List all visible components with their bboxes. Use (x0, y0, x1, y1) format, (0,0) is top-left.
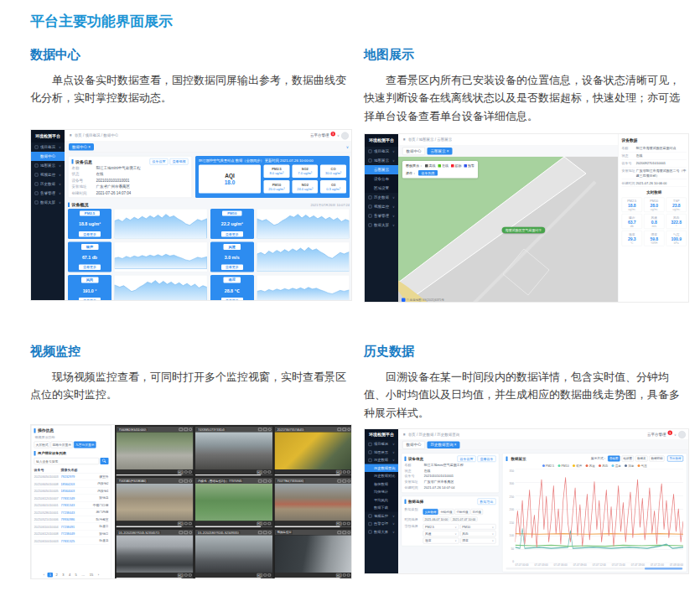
tab-map[interactable]: 云图展示 × (428, 148, 453, 155)
scrollbar-thumb[interactable] (195, 526, 261, 527)
video-tile[interactable]: D5-2(202186Y9243-S2356571) HD (116, 529, 194, 579)
legend-item[interactable]: PM2.5 (542, 464, 554, 468)
scrollbar-thumb[interactable] (645, 568, 682, 570)
sidebar-menu-item[interactable]: 地图展示 (31, 161, 65, 170)
hd-toggle[interactable]: HD (336, 521, 342, 526)
camera-table-row[interactable]: 20210528010001 77238443 后门内侧 (34, 509, 109, 516)
scrollbar-thumb[interactable] (117, 578, 182, 579)
field-select[interactable]: 湿度 (460, 538, 496, 544)
chart-mode-button[interactable]: 数据明细 (650, 456, 665, 462)
see-more-button[interactable]: 查看更多 (79, 231, 101, 237)
video-feed[interactable] (195, 535, 272, 573)
snapshot-icon[interactable] (258, 531, 262, 534)
refresh-icon[interactable] (343, 522, 346, 525)
hd-toggle[interactable]: HD (257, 521, 262, 526)
hd-toggle[interactable]: HD (257, 470, 262, 474)
zoom-icon[interactable] (348, 428, 351, 431)
video-scrollbar[interactable] (117, 526, 194, 527)
video-feed[interactable] (275, 484, 352, 521)
chart-mode-button[interactable]: 柱状图 (622, 456, 635, 462)
sidebar-submenu-item[interactable]: 历史数据查询 (365, 464, 398, 473)
fullscreen-icon[interactable] (189, 573, 192, 576)
snapshot-icon[interactable] (258, 480, 262, 483)
data-category-button[interactable]: 日均值 (471, 509, 484, 515)
record-icon[interactable] (343, 480, 347, 483)
scrollbar-thumb[interactable] (275, 526, 340, 527)
refresh-icon[interactable] (184, 573, 188, 576)
zoom-icon[interactable] (348, 531, 351, 534)
pagination-item[interactable]: 5 (74, 573, 79, 578)
video-tile[interactable]: 74X3W5(J73Y33D4) HD (195, 426, 273, 476)
field-select[interactable]: 风向 (460, 531, 496, 537)
view-video-button[interactable]: 查看视频 (170, 158, 189, 165)
search-button[interactable] (101, 458, 109, 464)
sidebar-submenu-item[interactable]: 数据中心 (31, 152, 65, 161)
device-search-input[interactable] (34, 458, 100, 464)
zoom-icon[interactable] (189, 480, 193, 483)
legend-item[interactable]: 气压 (638, 464, 647, 468)
refresh-icon[interactable] (264, 573, 267, 576)
hd-toggle[interactable]: HD (336, 470, 342, 474)
video-scrollbar[interactable] (195, 474, 272, 476)
record-icon[interactable] (343, 428, 347, 431)
see-more-button[interactable]: 查看更多 (221, 231, 243, 237)
video-feed[interactable] (275, 535, 352, 573)
record-icon[interactable] (184, 428, 189, 431)
zoom-icon[interactable] (189, 531, 193, 534)
camera-table-row[interactable]: 20210612010008 77238449 操场口 (34, 530, 109, 537)
device-settings-button[interactable]: 设备设置 (150, 158, 169, 165)
fullscreen-icon[interactable] (268, 573, 272, 576)
see-more-button[interactable]: 查看更多 (221, 298, 243, 301)
fullscreen-icon[interactable] (268, 470, 272, 473)
video-tile[interactable]: 75608B2(E345D000) HD (116, 426, 194, 476)
refresh-icon[interactable] (343, 470, 346, 473)
hd-toggle[interactable]: HD (178, 573, 184, 578)
user-menu[interactable]: 云平台管理 3 ∨ (310, 132, 349, 139)
sidebar-submenu-item[interactable]: 数据下载 (365, 504, 398, 512)
record-icon[interactable] (263, 531, 267, 534)
camera-table-row[interactable]: 20210610010003 77831325 街道边 (34, 537, 109, 545)
sidebar-submenu-item[interactable]: 极值数据 (365, 480, 398, 489)
field-select[interactable]: 温度 (423, 538, 459, 544)
view-device-button[interactable]: 查看设备 (478, 456, 496, 463)
pagination-item[interactable]: 4 (67, 573, 72, 578)
video-feed[interactable] (117, 484, 194, 521)
sidebar-menu-item[interactable]: 告警管理 (365, 520, 398, 528)
scrollbar-thumb[interactable] (117, 474, 182, 476)
camera-table-row[interactable]: 20210605010005 18564003 内操场1 (34, 487, 109, 495)
camera-table-row[interactable]: 20210601010001 77831343 中楼门口侧 (34, 501, 109, 509)
zoom-icon[interactable] (268, 531, 272, 534)
snapshot-icon[interactable] (179, 480, 184, 483)
scrollbar-thumb[interactable] (275, 474, 340, 476)
video-feed[interactable] (195, 432, 272, 469)
legend-item[interactable]: PM10 (557, 464, 568, 468)
see-more-button[interactable]: 查看更多 (79, 264, 101, 270)
snapshot-icon[interactable] (338, 428, 342, 431)
video-scrollbar[interactable] (275, 526, 352, 527)
sidebar-submenu-item[interactable]: 历史数据对比 (365, 472, 398, 480)
scrollbar-thumb[interactable] (195, 474, 261, 476)
sidebar-submenu-item[interactable]: 平均风向 (365, 496, 398, 505)
hd-toggle[interactable]: HD (257, 573, 262, 578)
avatar[interactable] (678, 431, 686, 438)
video-tile[interactable]: 内操场（围墙监控2台）77370945 HD (195, 477, 273, 527)
camera-table-row[interactable]: 20210605010008 18564203 内操场2 (34, 480, 109, 488)
sidebar-menu-item[interactable]: 数据大屏 (31, 198, 65, 207)
video-tile[interactable]: D5-2(202186Y9245-S2349335) HD (195, 529, 273, 579)
field-select[interactable]: 风速 (423, 531, 459, 537)
sidebar-menu-item[interactable]: 项目概况 (365, 147, 398, 156)
video-feed[interactable] (117, 535, 194, 573)
see-more-button[interactable]: 查看更多 (79, 298, 101, 301)
refresh-icon[interactable] (184, 522, 188, 525)
record-icon[interactable] (263, 428, 267, 431)
video-feed[interactable] (195, 484, 272, 521)
sidebar-menu-item[interactable]: 历史数据 (365, 193, 398, 202)
screen-mode-button[interactable]: 大屏模式 (34, 441, 50, 448)
sidebar-menu-item[interactable]: 告警管理 (31, 189, 65, 198)
sidebar-menu-item[interactable]: 视频监控 (365, 202, 398, 211)
record-icon[interactable] (343, 531, 347, 534)
sidebar-menu-item[interactable]: 历史数据 (365, 456, 398, 464)
pagination-item[interactable]: … (80, 573, 86, 578)
sidebar-menu-item[interactable]: 地图展示 (365, 448, 398, 457)
video-scrollbar[interactable] (275, 578, 352, 579)
